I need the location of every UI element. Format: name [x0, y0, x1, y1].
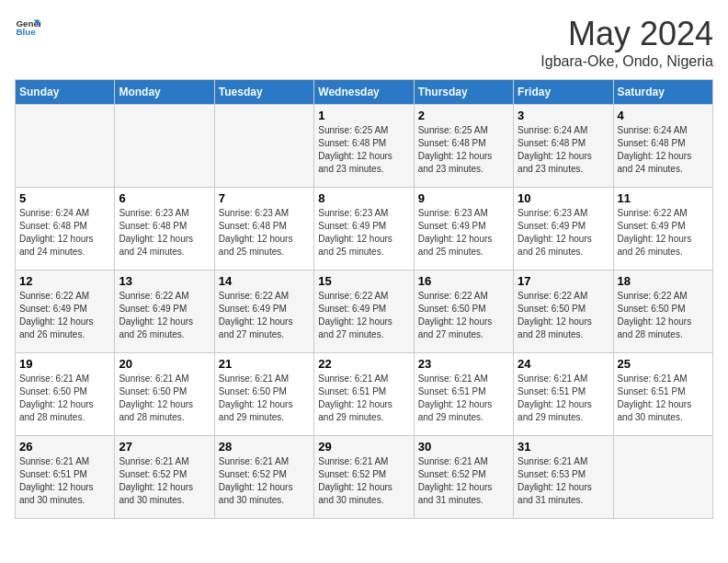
- day-number: 11: [618, 191, 709, 205]
- day-number: 20: [119, 357, 210, 371]
- day-info: Sunrise: 6:25 AM Sunset: 6:48 PM Dayligh…: [318, 124, 409, 176]
- day-info: Sunrise: 6:23 AM Sunset: 6:49 PM Dayligh…: [518, 207, 609, 259]
- calendar-week-row: 1Sunrise: 6:25 AM Sunset: 6:48 PM Daylig…: [16, 105, 713, 188]
- calendar-table: SundayMondayTuesdayWednesdayThursdayFrid…: [15, 79, 713, 519]
- day-info: Sunrise: 6:21 AM Sunset: 6:50 PM Dayligh…: [19, 373, 110, 424]
- day-number: 30: [418, 440, 509, 454]
- day-info: Sunrise: 6:22 AM Sunset: 6:50 PM Dayligh…: [418, 290, 509, 341]
- day-info: Sunrise: 6:22 AM Sunset: 6:50 PM Dayligh…: [518, 290, 609, 341]
- day-number: 25: [618, 357, 709, 371]
- calendar-header-cell: Wednesday: [314, 80, 414, 105]
- day-info: Sunrise: 6:21 AM Sunset: 6:52 PM Dayligh…: [119, 455, 210, 507]
- calendar-week-row: 5Sunrise: 6:24 AM Sunset: 6:48 PM Daylig…: [16, 188, 713, 270]
- calendar-cell: 16Sunrise: 6:22 AM Sunset: 6:50 PM Dayli…: [414, 270, 513, 353]
- day-number: 17: [518, 274, 609, 288]
- calendar-cell: 17Sunrise: 6:22 AM Sunset: 6:50 PM Dayli…: [514, 270, 613, 353]
- calendar-cell: 26Sunrise: 6:21 AM Sunset: 6:51 PM Dayli…: [16, 436, 115, 519]
- logo: General Blue: [15, 15, 40, 40]
- day-info: Sunrise: 6:23 AM Sunset: 6:49 PM Dayligh…: [318, 207, 409, 259]
- day-info: Sunrise: 6:25 AM Sunset: 6:48 PM Dayligh…: [418, 124, 509, 176]
- calendar-cell: 24Sunrise: 6:21 AM Sunset: 6:51 PM Dayli…: [514, 353, 613, 436]
- calendar-header-row: SundayMondayTuesdayWednesdayThursdayFrid…: [16, 80, 713, 105]
- calendar-cell: [214, 105, 313, 188]
- calendar-cell: 31Sunrise: 6:21 AM Sunset: 6:53 PM Dayli…: [514, 436, 613, 519]
- calendar-cell: 21Sunrise: 6:21 AM Sunset: 6:50 PM Dayli…: [214, 353, 313, 436]
- day-number: 19: [19, 357, 110, 371]
- day-info: Sunrise: 6:21 AM Sunset: 6:51 PM Dayligh…: [19, 455, 110, 507]
- day-info: Sunrise: 6:24 AM Sunset: 6:48 PM Dayligh…: [19, 207, 110, 259]
- day-info: Sunrise: 6:21 AM Sunset: 6:51 PM Dayligh…: [418, 373, 509, 424]
- day-info: Sunrise: 6:22 AM Sunset: 6:49 PM Dayligh…: [119, 290, 210, 341]
- calendar-cell: 6Sunrise: 6:23 AM Sunset: 6:48 PM Daylig…: [115, 188, 214, 270]
- day-number: 6: [119, 191, 210, 205]
- day-number: 21: [219, 357, 310, 371]
- calendar-cell: 25Sunrise: 6:21 AM Sunset: 6:51 PM Dayli…: [613, 353, 712, 436]
- calendar-header-cell: Thursday: [414, 80, 513, 105]
- day-number: 10: [518, 191, 609, 205]
- calendar-cell: 8Sunrise: 6:23 AM Sunset: 6:49 PM Daylig…: [314, 188, 414, 270]
- day-info: Sunrise: 6:21 AM Sunset: 6:51 PM Dayligh…: [318, 373, 409, 424]
- main-title: May 2024: [540, 15, 713, 53]
- subtitle: Igbara-Oke, Ondo, Nigeria: [540, 53, 713, 70]
- day-number: 24: [518, 357, 609, 371]
- day-info: Sunrise: 6:23 AM Sunset: 6:49 PM Dayligh…: [418, 207, 509, 259]
- day-number: 9: [418, 191, 509, 205]
- calendar-cell: 28Sunrise: 6:21 AM Sunset: 6:52 PM Dayli…: [214, 436, 313, 519]
- day-number: 22: [318, 357, 409, 371]
- day-number: 15: [318, 274, 409, 288]
- day-info: Sunrise: 6:21 AM Sunset: 6:51 PM Dayligh…: [518, 373, 609, 424]
- day-number: 7: [219, 191, 310, 205]
- calendar-cell: 15Sunrise: 6:22 AM Sunset: 6:49 PM Dayli…: [314, 270, 414, 353]
- calendar-cell: 3Sunrise: 6:24 AM Sunset: 6:48 PM Daylig…: [514, 105, 613, 188]
- calendar-week-row: 26Sunrise: 6:21 AM Sunset: 6:51 PM Dayli…: [16, 436, 713, 519]
- day-number: 29: [318, 440, 409, 454]
- day-number: 1: [318, 109, 409, 122]
- calendar-cell: 13Sunrise: 6:22 AM Sunset: 6:49 PM Dayli…: [115, 270, 214, 353]
- day-info: Sunrise: 6:22 AM Sunset: 6:49 PM Dayligh…: [618, 207, 709, 259]
- calendar-cell: [115, 105, 214, 188]
- day-info: Sunrise: 6:22 AM Sunset: 6:50 PM Dayligh…: [618, 290, 709, 341]
- calendar-week-row: 12Sunrise: 6:22 AM Sunset: 6:49 PM Dayli…: [16, 270, 713, 353]
- day-info: Sunrise: 6:23 AM Sunset: 6:48 PM Dayligh…: [119, 207, 210, 259]
- day-info: Sunrise: 6:21 AM Sunset: 6:53 PM Dayligh…: [518, 455, 609, 507]
- day-number: 16: [418, 274, 509, 288]
- day-number: 8: [318, 191, 409, 205]
- calendar-header-cell: Sunday: [16, 80, 115, 105]
- day-number: 4: [618, 109, 709, 122]
- calendar-cell: 20Sunrise: 6:21 AM Sunset: 6:50 PM Dayli…: [115, 353, 214, 436]
- calendar-header-cell: Tuesday: [214, 80, 313, 105]
- day-number: 13: [119, 274, 210, 288]
- calendar-cell: 12Sunrise: 6:22 AM Sunset: 6:49 PM Dayli…: [16, 270, 115, 353]
- day-number: 18: [618, 274, 709, 288]
- title-area: May 2024 Igbara-Oke, Ondo, Nigeria: [540, 15, 713, 70]
- calendar-cell: 10Sunrise: 6:23 AM Sunset: 6:49 PM Dayli…: [514, 188, 613, 270]
- calendar-cell: [613, 436, 712, 519]
- day-number: 2: [418, 109, 509, 122]
- calendar-cell: 11Sunrise: 6:22 AM Sunset: 6:49 PM Dayli…: [613, 188, 712, 270]
- day-number: 23: [418, 357, 509, 371]
- calendar-cell: 30Sunrise: 6:21 AM Sunset: 6:52 PM Dayli…: [414, 436, 513, 519]
- day-number: 31: [518, 440, 609, 454]
- calendar-header-cell: Monday: [115, 80, 214, 105]
- calendar-cell: 29Sunrise: 6:21 AM Sunset: 6:52 PM Dayli…: [314, 436, 414, 519]
- day-number: 14: [219, 274, 310, 288]
- calendar-cell: 5Sunrise: 6:24 AM Sunset: 6:48 PM Daylig…: [16, 188, 115, 270]
- calendar-cell: 18Sunrise: 6:22 AM Sunset: 6:50 PM Dayli…: [613, 270, 712, 353]
- calendar-cell: 23Sunrise: 6:21 AM Sunset: 6:51 PM Dayli…: [414, 353, 513, 436]
- calendar-cell: 9Sunrise: 6:23 AM Sunset: 6:49 PM Daylig…: [414, 188, 513, 270]
- calendar-header-cell: Friday: [514, 80, 613, 105]
- day-number: 28: [219, 440, 310, 454]
- calendar-cell: 7Sunrise: 6:23 AM Sunset: 6:48 PM Daylig…: [214, 188, 313, 270]
- calendar-week-row: 19Sunrise: 6:21 AM Sunset: 6:50 PM Dayli…: [16, 353, 713, 436]
- calendar-cell: [16, 105, 115, 188]
- day-number: 26: [19, 440, 110, 454]
- day-number: 27: [119, 440, 210, 454]
- day-info: Sunrise: 6:21 AM Sunset: 6:52 PM Dayligh…: [418, 455, 509, 507]
- day-info: Sunrise: 6:22 AM Sunset: 6:49 PM Dayligh…: [19, 290, 110, 341]
- calendar-cell: 22Sunrise: 6:21 AM Sunset: 6:51 PM Dayli…: [314, 353, 414, 436]
- day-info: Sunrise: 6:21 AM Sunset: 6:50 PM Dayligh…: [219, 373, 310, 424]
- day-info: Sunrise: 6:24 AM Sunset: 6:48 PM Dayligh…: [618, 124, 709, 176]
- day-number: 5: [19, 191, 110, 205]
- svg-text:Blue: Blue: [16, 27, 36, 37]
- day-info: Sunrise: 6:21 AM Sunset: 6:52 PM Dayligh…: [219, 455, 310, 507]
